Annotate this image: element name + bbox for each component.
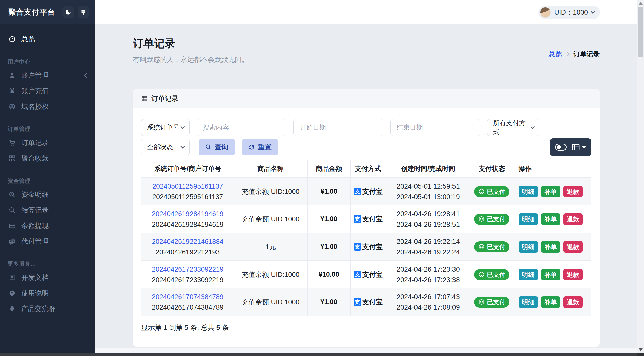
refund-button[interactable]: 退款 — [563, 213, 583, 225]
sidebar-item-usage-guide[interactable]: ? 使用说明 — [0, 285, 95, 301]
sys-order-link[interactable]: 2024042617074384789 — [143, 292, 232, 302]
refresh-icon — [248, 144, 255, 150]
card-view-toggle-icon[interactable] — [555, 144, 567, 151]
user-menu[interactable]: UID：1000 — [538, 6, 600, 19]
supplement-button[interactable]: 补单 — [541, 213, 560, 225]
scrollbar-corner — [637, 353, 644, 356]
sys-order-link[interactable]: 2024042617233092219 — [143, 264, 232, 275]
columns-dropdown[interactable] — [572, 144, 586, 151]
supplement-button[interactable]: 补单 — [541, 241, 560, 253]
sidebar-item-balance-withdraw[interactable]: 余额提现 — [0, 218, 95, 234]
detail-button[interactable]: 明细 — [519, 213, 538, 225]
sidebar-item-label: 开发文档 — [21, 273, 49, 282]
sidebar-item-aggregate-collect[interactable]: 聚合收款 — [0, 151, 95, 166]
search-input[interactable] — [197, 119, 286, 136]
start-date-input[interactable] — [293, 119, 383, 136]
sidebar-menu: 总览 用户中心 账户管理 ¥ 账户充值 e 域名授权 订单管理 订单记录 聚合收… — [0, 24, 95, 317]
col-header-order-no: 系统订单号/商户订单号 — [141, 160, 234, 178]
refund-button[interactable]: 退款 — [563, 241, 583, 253]
sidebar-item-account-manage[interactable]: 账户管理 — [0, 68, 95, 83]
status-value: 全部状态 — [147, 143, 173, 152]
card-body: 系统订单号 所有支付方式 全部状态 查询 — [133, 108, 600, 347]
card-title: 订单记录 — [151, 94, 178, 103]
table-row: 2024042619221461884 20240426192212193 1元… — [141, 233, 591, 261]
dashboard-icon — [8, 35, 16, 43]
merchant-order-no: 2024042619284194619 — [143, 219, 232, 230]
brush-icon — [80, 9, 87, 15]
completed-time: 2024-04-26 19:22:24 — [388, 247, 469, 257]
detail-button[interactable]: 明细 — [519, 269, 538, 280]
main-content: 订单记录 有幽默感的人，永远都不会默默无闻。 总览 订单记录 订单记录 系统订单… — [95, 24, 637, 353]
supplement-button[interactable]: 补单 — [541, 296, 560, 308]
completed-time: 2024-04-26 17:23:38 — [388, 275, 469, 285]
status-badge: 已支付 — [474, 241, 509, 252]
smiley-icon — [478, 216, 485, 222]
sidebar-item-label: 总览 — [21, 35, 35, 44]
col-header-status: 支付状态 — [471, 160, 513, 178]
pay-method-cell: 支支付宝 — [351, 233, 386, 261]
pay-method-cell: 支支付宝 — [351, 261, 386, 288]
detail-button[interactable]: 明细 — [519, 241, 538, 253]
page-head: 订单记录 有幽默感的人，永远都不会默默无闻。 总览 订单记录 — [133, 36, 600, 64]
amount-cell: ¥1.00 — [307, 233, 351, 261]
smiley-icon — [478, 244, 485, 250]
status-select[interactable]: 全部状态 — [141, 139, 190, 155]
reset-button[interactable]: 重置 — [242, 139, 278, 155]
product-cell: 充值余额 UID:1000 — [234, 261, 307, 288]
end-date-input[interactable] — [390, 119, 480, 136]
dark-mode-button[interactable] — [62, 6, 74, 18]
created-time: 2024-04-26 19:28:41 — [388, 209, 469, 219]
alipay-icon: 支 — [354, 188, 361, 195]
sidebar-section-funds-manage: 资金管理 — [0, 166, 95, 187]
scroll-up-arrow[interactable] — [639, 2, 643, 5]
sys-order-link[interactable]: 2024042619221461884 — [143, 236, 232, 247]
sidebar-item-settle-records[interactable]: 结算记录 — [0, 202, 95, 218]
sys-order-link[interactable]: 2024050112595161137 — [143, 181, 232, 192]
table-list-icon — [572, 144, 580, 151]
col-header-pay-method: 支付方式 — [351, 160, 386, 178]
sidebar-item-product-group[interactable]: 产品交流群 — [0, 301, 95, 317]
detail-button[interactable]: 明细 — [519, 186, 538, 197]
status-cell: 已支付 — [471, 233, 513, 261]
supplement-button[interactable]: 补单 — [541, 269, 560, 280]
pay-method-name: 支付宝 — [362, 242, 383, 251]
order-type-select[interactable]: 系统订单号 — [141, 119, 190, 136]
horizontal-scrollbar[interactable] — [0, 353, 644, 356]
transfer-icon — [8, 238, 16, 245]
sidebar-item-account-recharge[interactable]: ¥ 账户充值 — [0, 83, 95, 99]
theme-button[interactable] — [78, 6, 89, 18]
sidebar-item-overview[interactable]: 总览 — [0, 31, 95, 47]
product-cell: 充值余额 UID:1000 — [234, 288, 307, 316]
pay-method-name: 支付宝 — [362, 270, 383, 279]
refund-button[interactable]: 退款 — [563, 269, 583, 280]
supplement-button[interactable]: 补单 — [541, 186, 560, 197]
alipay-icon: 支 — [354, 271, 361, 278]
amount-cell: ¥1.00 — [307, 205, 351, 233]
smiley-icon — [478, 299, 485, 305]
scroll-down-arrow[interactable] — [639, 348, 643, 351]
sidebar-item-payout-manage[interactable]: 代付管理 — [0, 234, 95, 249]
sidebar-item-funds-detail[interactable]: $ 资金明细 — [0, 187, 95, 202]
sidebar-item-order-records[interactable]: 订单记录 — [0, 135, 95, 151]
status-badge: 已支付 — [474, 214, 509, 225]
alipay-icon: 支 — [354, 298, 361, 306]
sidebar-item-domain-auth[interactable]: e 域名授权 — [0, 99, 95, 114]
refund-button[interactable]: 退款 — [563, 296, 583, 308]
time-cell: 2024-04-26 17:23:30 2024-04-26 17:23:38 — [386, 261, 471, 288]
breadcrumb-parent-link[interactable]: 总览 — [549, 50, 562, 59]
pay-method-cell: 支支付宝 — [351, 288, 386, 316]
vertical-scrollbar[interactable] — [637, 0, 644, 353]
merchant-order-no: 20240426192212193 — [143, 247, 232, 257]
sys-order-link[interactable]: 2024042619284194619 — [143, 209, 232, 219]
status-label: 已支付 — [487, 243, 505, 251]
sidebar-item-dev-docs[interactable]: 开发文档 — [0, 270, 95, 285]
refund-button[interactable]: 退款 — [563, 186, 583, 197]
smiley-icon — [478, 188, 485, 195]
query-button[interactable]: 查询 — [199, 139, 235, 155]
col-header-product: 商品名称 — [234, 160, 307, 178]
detail-button[interactable]: 明细 — [519, 296, 538, 308]
completed-time: 2024-04-26 17:08:09 — [388, 302, 469, 313]
pay-method-select[interactable]: 所有支付方式 — [487, 119, 539, 136]
vertical-scrollbar-thumb[interactable] — [638, 7, 643, 57]
pagination-total: 5 — [216, 324, 220, 331]
